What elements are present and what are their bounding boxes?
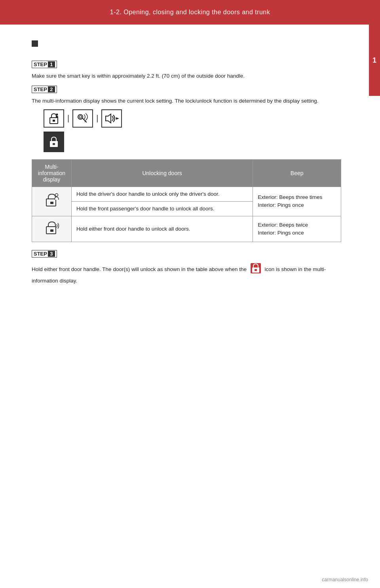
svg-rect-16 bbox=[255, 269, 257, 271]
table-lock-partial-icon bbox=[44, 192, 60, 208]
svg-rect-1 bbox=[53, 120, 55, 122]
table-header-col2: Unlocking doors bbox=[72, 159, 253, 187]
step3-area: STEP 3 Hold either front door handle. Th… bbox=[32, 248, 341, 285]
lock-filled-icon bbox=[44, 132, 64, 152]
lock-partial-icon bbox=[44, 109, 64, 128]
step1-label: STEP 1 bbox=[32, 61, 57, 68]
table-lock-all-icon bbox=[44, 220, 60, 236]
lock-filled-icon-row bbox=[44, 132, 341, 152]
svg-point-4 bbox=[79, 116, 82, 118]
table-cell-unlock-1a: Hold the driver's door handle to unlock … bbox=[72, 187, 253, 201]
svg-point-2 bbox=[56, 113, 58, 115]
main-content: STEP 1 Make sure the smart key is within… bbox=[0, 25, 369, 297]
svg-marker-5 bbox=[106, 114, 111, 123]
sidebar-tab-number: 1 bbox=[372, 56, 376, 65]
svg-marker-6 bbox=[116, 117, 119, 120]
table-cell-icon-1 bbox=[32, 187, 72, 216]
table-header-col3: Beep bbox=[253, 159, 341, 187]
step2-label: STEP 2 bbox=[32, 86, 57, 93]
footer-url: carmanualsonline.info bbox=[322, 577, 368, 582]
table-header-col1: Multi-information display bbox=[32, 159, 72, 187]
step1-description: Make sure the smart key is within approx… bbox=[32, 72, 341, 80]
table-cell-beep-1: Exterior: Beeps three times Interior: Pi… bbox=[253, 187, 341, 216]
lock-filled-svg bbox=[48, 136, 60, 148]
svg-point-11 bbox=[55, 194, 58, 197]
footer: carmanualsonline.info bbox=[322, 577, 368, 582]
table-cell-unlock-2: Hold either front door handle to unlock … bbox=[72, 216, 253, 242]
step3-number: 3 bbox=[48, 251, 55, 257]
section-header-icon bbox=[32, 40, 38, 47]
key-fob-icon bbox=[72, 109, 93, 128]
key-fob-svg bbox=[76, 112, 89, 125]
header-title: 1-2. Opening, closing and locking the do… bbox=[110, 9, 270, 16]
speaker-svg bbox=[104, 112, 119, 125]
table-cell-icon-2 bbox=[32, 216, 72, 242]
step1-number: 1 bbox=[48, 61, 55, 67]
step2-icons-row: | | bbox=[44, 109, 341, 128]
lock-partial-svg bbox=[48, 112, 60, 125]
header-bar: 1-2. Opening, closing and locking the do… bbox=[0, 0, 380, 25]
speaker-icon bbox=[101, 109, 122, 128]
table-cell-unlock-1b: Hold the front passenger's door handle t… bbox=[72, 201, 253, 216]
icon-separator-1: | bbox=[67, 114, 69, 123]
step2-description: The multi-information display shows the … bbox=[32, 97, 341, 105]
info-table: Multi-information display Unlocking door… bbox=[32, 159, 341, 242]
table-row-1: Hold the driver's door handle to unlock … bbox=[32, 187, 341, 201]
svg-rect-13 bbox=[50, 229, 53, 232]
table-cell-beep-2: Exterior: Beeps twice Interior: Pings on… bbox=[253, 216, 341, 242]
step2-number: 2 bbox=[48, 86, 55, 92]
icon-separator-2: | bbox=[96, 114, 98, 123]
step3-lock-icon bbox=[250, 262, 262, 274]
svg-point-3 bbox=[78, 115, 83, 119]
svg-rect-10 bbox=[50, 202, 53, 204]
svg-rect-8 bbox=[53, 143, 55, 145]
step3-description: Hold either front door handle. The door(… bbox=[32, 262, 341, 285]
table-row-2: Hold either front door handle to unlock … bbox=[32, 216, 341, 242]
sidebar-tab: 1 bbox=[369, 25, 380, 96]
step3-label: STEP 3 bbox=[32, 250, 57, 258]
